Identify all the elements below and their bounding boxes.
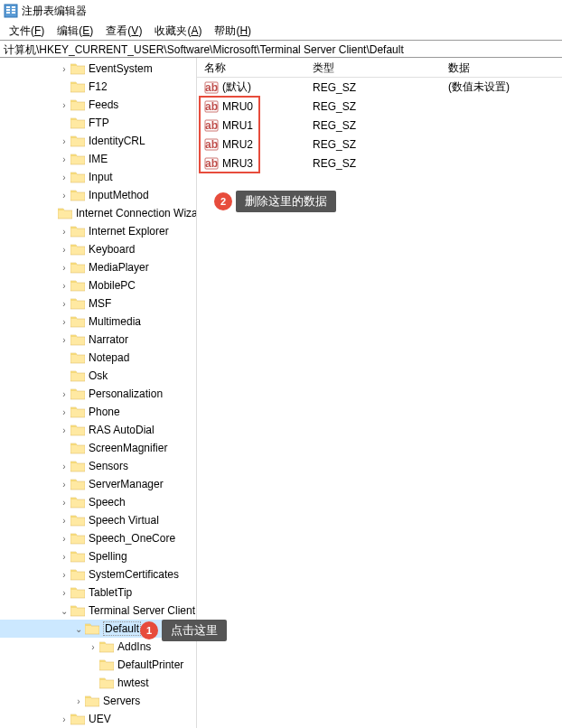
tree-item[interactable]: ›Sensors [0,457,196,475]
tree-item[interactable]: FTP [0,114,196,132]
tree-item[interactable]: ⌄Terminal Server Client [0,602,196,620]
tree-item[interactable]: ›MediaPlayer [0,258,196,276]
tree-item[interactable]: ›EventSystem [0,60,196,78]
menu-favorites[interactable]: 收藏夹(A) [149,22,207,41]
expand-arrow-icon[interactable]: › [58,460,70,472]
list-row[interactable]: abMRU1REG_SZ [197,116,562,135]
expand-arrow-icon[interactable]: › [58,189,70,201]
tree-item[interactable]: ›RAS AutoDial [0,421,196,439]
tree-item[interactable]: ›MobilePC [0,276,196,294]
tree-item[interactable]: DefaultPrinter [0,656,196,674]
column-name-header[interactable]: 名称 [197,58,305,77]
tree-item[interactable]: ›Speech [0,493,196,511]
list-row[interactable]: ab(默认)REG_SZ(数值未设置) [197,78,562,97]
list-row[interactable]: abMRU3REG_SZ [197,154,562,173]
menu-file[interactable]: 文件(F) [4,22,50,41]
expand-arrow-icon[interactable] [58,351,70,364]
tree-item[interactable]: ›InputMethod [0,186,196,204]
expand-arrow-icon[interactable]: › [72,695,85,707]
folder-icon [70,117,85,129]
expand-arrow-icon[interactable]: › [58,514,70,527]
expand-arrow-icon[interactable]: › [58,62,70,75]
menu-edit[interactable]: 编辑(E) [52,22,98,41]
expand-arrow-icon[interactable]: › [58,568,70,581]
tree-item[interactable]: hwtest [0,674,196,692]
expand-arrow-icon[interactable] [87,658,99,671]
tree-label: Multimedia [89,315,141,328]
expand-arrow-icon[interactable]: › [87,640,99,653]
tree-item[interactable]: ›IME [0,150,196,168]
expand-arrow-icon[interactable]: › [58,98,70,111]
expand-arrow-icon[interactable]: › [58,478,70,490]
tree-item[interactable]: ›Servers [0,692,196,710]
tree-item[interactable]: Notepad [0,349,196,367]
folder-icon [99,640,114,653]
expand-arrow-icon[interactable]: ⌄ [58,604,70,617]
tree-item[interactable]: ›MSF [0,294,196,313]
cell-data [441,124,562,127]
tree-item[interactable]: F12 [0,78,196,96]
folder-icon [99,658,114,671]
tree-label: UEV [89,713,111,725]
tree-item[interactable]: ›Multimedia [0,313,196,331]
column-type-header[interactable]: 类型 [305,58,441,77]
expand-arrow-icon[interactable]: › [58,279,70,292]
list-row[interactable]: abMRU2REG_SZ [197,135,562,154]
tree-item[interactable]: ›Narrator [0,331,196,349]
string-icon: ab [204,156,219,171]
expand-arrow-icon[interactable]: › [58,243,70,256]
menu-view[interactable]: 查看(V) [100,22,147,41]
tree-item[interactable]: ›Internet Explorer [0,222,196,240]
list-panel[interactable]: 名称 类型 数据 ab(默认)REG_SZ(数值未设置)abMRU0REG_SZ… [197,58,562,728]
expand-arrow-icon[interactable]: › [58,297,70,310]
expand-arrow-icon[interactable]: › [58,315,70,328]
tree-item[interactable]: Osk [0,367,196,385]
expand-arrow-icon[interactable] [58,369,70,382]
expand-arrow-icon[interactable]: › [58,424,70,436]
tree-item[interactable]: ›Speech_OneCore [0,529,196,547]
expand-arrow-icon[interactable]: › [58,171,70,183]
tree-panel[interactable]: ›EventSystemF12›FeedsFTP›IdentityCRL›IME… [0,58,197,728]
tree-item[interactable]: ›IdentityCRL [0,132,196,150]
tree-item[interactable]: Internet Connection Wizard [0,204,196,222]
expand-arrow-icon[interactable] [87,677,99,689]
tree-item[interactable]: ›Phone [0,403,196,421]
tree-item[interactable]: ›SystemCertificates [0,565,196,583]
expand-arrow-icon[interactable]: › [58,333,70,346]
list-row[interactable]: abMRU0REG_SZ [197,97,562,116]
tree-item[interactable]: ›Spelling [0,547,196,565]
expand-arrow-icon[interactable]: › [58,532,70,545]
cell-name: abMRU1 [197,117,305,135]
column-data-header[interactable]: 数据 [441,58,562,77]
tree-item[interactable]: ›Speech Virtual [0,511,196,529]
tree-label: Speech Virtual [89,514,159,527]
expand-arrow-icon[interactable]: › [58,586,70,599]
tree-item[interactable]: ›UEV [0,710,196,728]
tree-label: ScreenMagnifier [89,442,167,454]
tree-item[interactable]: ›Keyboard [0,240,196,258]
expand-arrow-icon[interactable]: ⌄ [72,622,85,635]
folder-icon [70,333,85,346]
tree-item[interactable]: ›Feeds [0,96,196,114]
tree-item[interactable]: ⌄Default [0,620,196,638]
expand-arrow-icon[interactable] [58,442,70,454]
expand-arrow-icon[interactable] [58,80,70,93]
expand-arrow-icon[interactable]: › [58,550,70,563]
tree-item[interactable]: ›TabletTip [0,583,196,602]
tree-item[interactable]: ScreenMagnifier [0,439,196,457]
menu-help[interactable]: 帮助(H) [209,22,257,41]
expand-arrow-icon[interactable]: › [58,387,70,400]
path-bar[interactable]: 计算机\HKEY_CURRENT_USER\Software\Microsoft… [0,40,562,58]
expand-arrow-icon[interactable]: › [58,225,70,238]
tree-item[interactable]: ›Input [0,168,196,186]
expand-arrow-icon[interactable]: › [58,153,70,165]
expand-arrow-icon[interactable]: › [58,261,70,274]
expand-arrow-icon[interactable]: › [58,713,70,725]
tree-item[interactable]: ›Personalization [0,385,196,403]
expand-arrow-icon[interactable]: › [58,406,70,418]
expand-arrow-icon[interactable]: › [58,135,70,147]
expand-arrow-icon[interactable] [58,117,70,129]
expand-arrow-icon[interactable]: › [58,496,70,509]
tree-item[interactable]: ›AddIns [0,638,196,656]
tree-item[interactable]: ›ServerManager [0,475,196,493]
